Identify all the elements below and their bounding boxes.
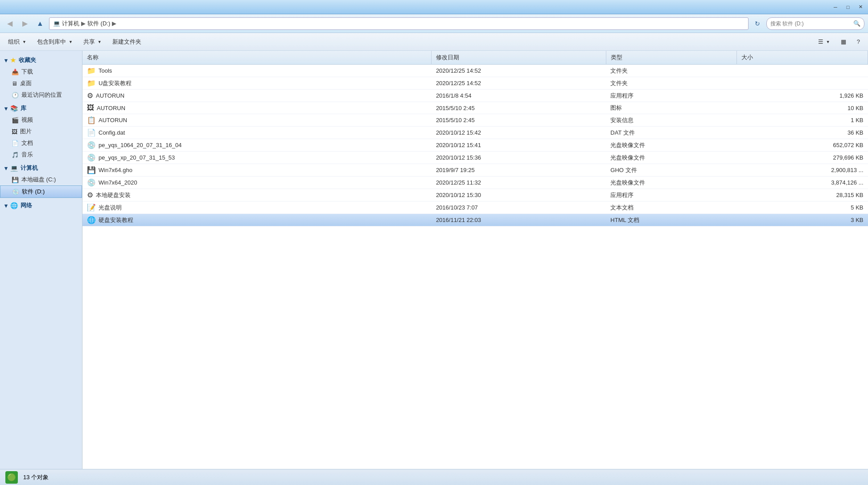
file-label: Config.dat [99,129,125,136]
titlebar: ─ □ ✕ [0,0,868,14]
sidebar-section-library: ▾ 📚 库 🎬 视频 🖼 图片 📄 文档 🎵 音乐 [0,103,82,160]
file-type: DAT 文件 [606,127,737,139]
toolbar: 组织 ▼ 包含到库中 ▼ 共享 ▼ 新建文件夹 ☰ ▼ ▦ ? [0,33,868,51]
col-header-date[interactable]: 修改日期 [432,51,606,65]
help-button[interactable]: ? [852,35,864,49]
search-input[interactable] [770,21,852,27]
addressbar: ◀ ▶ ▲ 💻 计算机 ▶ 光盘映像文件 软件 (D:) ▶ ↻ 🔍 [0,14,868,33]
file-type-icon: 📝 [87,203,96,212]
file-size: 28,315 KB [737,189,868,201]
sidebar-item-local-c[interactable]: 💾 本地磁盘 (C:) [0,174,82,185]
col-header-name[interactable]: 名称 [82,51,432,65]
table-row[interactable]: 📋 AUTORUN 2015/5/10 2:45 安装信息 1 KB [82,114,868,127]
table-row[interactable]: 💿 pe_yqs_xp_20_07_31_15_53 2020/10/12 15… [82,152,868,164]
file-size: 10 KB [737,102,868,114]
help-icon: ? [857,38,860,45]
file-size: 1 KB [737,114,868,127]
sidebar-item-document[interactable]: 📄 文档 [0,137,82,149]
file-icon-name: 📝 光盘说明 [87,203,122,212]
path-separator-1: ▶ [81,20,86,27]
file-type-icon: 📁 [87,66,96,75]
sidebar-library-label: 库 [21,104,26,112]
sidebar-item-music-label: 音乐 [21,151,33,159]
file-type: 安装信息 [606,114,737,127]
sidebar-item-desktop[interactable]: 🖥 桌面 [0,78,82,89]
file-icon-name: 📋 AUTORUN [87,116,127,124]
file-type: 光盘映像文件 [606,177,737,189]
table-row[interactable]: 💿 Win7x64_2020 2020/12/25 11:32 光盘映像文件 3… [82,177,868,189]
include-library-button[interactable]: 包含到库中 ▼ [33,35,77,49]
sidebar-computer-header[interactable]: ▾ 💻 计算机 [0,162,82,174]
path-drive: 软件 (D:) [87,20,110,28]
search-box[interactable]: 🔍 [766,17,864,30]
file-type-icon: 🖼 [87,104,94,112]
up-button[interactable]: ▲ [34,17,46,30]
table-row[interactable]: 💾 Win7x64.gho 2019/9/7 19:25 GHO 文件 2,90… [82,164,868,177]
address-path[interactable]: 💻 计算机 ▶ 光盘映像文件 软件 (D:) ▶ [49,17,749,30]
search-icon: 🔍 [853,20,860,27]
file-date: 2020/10/12 15:42 [432,127,606,139]
share-button[interactable]: 共享 ▼ [79,35,106,49]
view-button[interactable]: ☰ ▼ [814,35,835,49]
file-label: pe_yqs_xp_20_07_31_15_53 [99,154,175,161]
sidebar-library-header[interactable]: ▾ 📚 库 [0,103,82,114]
sidebar-item-downloads[interactable]: 📥 下载 [0,66,82,78]
library-icon: 📚 [10,105,18,112]
sidebar-item-recent[interactable]: 🕐 最近访问的位置 [0,89,82,101]
back-button[interactable]: ◀ [4,17,16,30]
file-name: ⚙ 本地硬盘安装 [82,189,432,201]
status-app-icon: 🟢 [5,471,18,484]
sidebar-item-music[interactable]: 🎵 音乐 [0,149,82,160]
table-row[interactable]: 📝 光盘说明 2016/10/23 7:07 文本文档 5 KB [82,201,868,214]
path-separator-2: ▶ [112,20,116,27]
table-row[interactable]: 🖼 AUTORUN 2015/5/10 2:45 图标 10 KB [82,102,868,114]
refresh-button[interactable]: ↻ [751,17,764,30]
main-layout: ▾ ★ 收藏夹 📥 下载 🖥 桌面 🕐 最近访问的位置 ▾ 📚 库 [0,51,868,469]
minimize-button[interactable]: ─ [830,2,841,12]
file-icon-name: 🌐 硬盘安装教程 [87,216,133,224]
file-icon-name: 💿 pe_yqs_xp_20_07_31_15_53 [87,153,175,162]
sidebar-item-video[interactable]: 🎬 视频 [0,114,82,126]
sidebar-favorites-header[interactable]: ▾ ★ 收藏夹 [0,54,82,66]
close-button[interactable]: ✕ [855,2,866,12]
computer-icon: 💻 [10,164,18,172]
layout-icon: ▦ [841,38,846,45]
table-row[interactable]: ⚙ AUTORUN 2016/1/8 4:54 应用程序 1,926 KB [82,90,868,102]
table-row[interactable]: 📁 Tools 2020/12/25 14:52 文件夹 [82,65,868,77]
file-icon-name: 🖼 AUTORUN [87,104,125,112]
file-type-icon: 💾 [87,166,96,174]
maximize-button[interactable]: □ [842,2,854,12]
table-row[interactable]: 💿 pe_yqs_1064_20_07_31_16_04 2020/10/12 … [82,139,868,152]
sidebar-item-image[interactable]: 🖼 图片 [0,126,82,137]
sidebar-item-video-label: 视频 [21,116,33,124]
organize-button[interactable]: 组织 ▼ [4,35,31,49]
sidebar-item-local-d[interactable]: 💿 软件 (D:) [0,185,82,198]
table-header-row: 名称 修改日期 类型 大小 [82,51,868,65]
file-type-icon: ⚙ [87,91,93,100]
file-size: 279,696 KB [737,152,868,164]
file-pane[interactable]: 名称 修改日期 类型 大小 📁 Tools 2020/12/25 14:52 文… [82,51,868,469]
file-name: 📄 Config.dat [82,127,432,139]
sidebar-computer-label: 计算机 [21,164,38,172]
col-header-size[interactable]: 大小 [737,51,868,65]
col-header-type[interactable]: 类型 [606,51,737,65]
table-row[interactable]: 📁 U盘安装教程 2020/12/25 14:52 文件夹 [82,77,868,90]
sidebar-network-header[interactable]: ▾ 🌐 网络 [0,200,82,211]
file-date: 2020/10/12 15:41 [432,139,606,152]
forward-button[interactable]: ▶ [19,17,31,30]
path-root: 计算机 [62,20,79,28]
file-size: 652,072 KB [737,139,868,152]
sidebar-section-network: ▾ 🌐 网络 [0,200,82,211]
downloads-icon: 📥 [12,69,19,75]
sidebar-item-document-label: 文档 [21,139,33,147]
table-row[interactable]: 🌐 硬盘安装教程 2016/11/21 22:03 HTML 文档 3 KB [82,214,868,226]
file-type: 应用程序 [606,189,737,201]
table-row[interactable]: 📄 Config.dat 2020/10/12 15:42 DAT 文件 36 … [82,127,868,139]
new-folder-button[interactable]: 新建文件夹 [108,35,146,49]
file-size: 3 KB [737,214,868,226]
file-label: Win7x64_2020 [99,179,137,186]
table-row[interactable]: ⚙ 本地硬盘安装 2020/10/12 15:30 应用程序 28,315 KB [82,189,868,201]
sidebar-item-recent-label: 最近访问的位置 [21,91,62,99]
layout-button[interactable]: ▦ [836,35,851,49]
statusbar: 🟢 13 个对象 [0,469,868,485]
